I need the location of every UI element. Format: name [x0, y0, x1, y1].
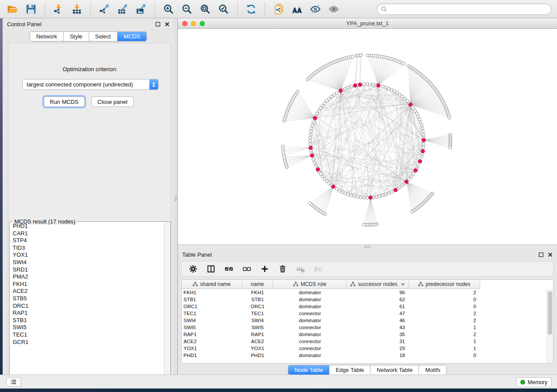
mcds-result-item[interactable]: ACE2: [10, 288, 163, 295]
divider-grip[interactable]: [364, 246, 370, 248]
export-image-button[interactable]: [133, 2, 149, 16]
table-row[interactable]: PHD1PHD1dominator180: [182, 352, 553, 359]
show-all-button[interactable]: [326, 2, 342, 16]
search-input[interactable]: [387, 5, 551, 14]
table-cell[interactable]: 2: [409, 289, 480, 296]
column-header-mcds-role[interactable]: MCDS role: [273, 280, 347, 289]
column-header-shared-name[interactable]: shared name: [182, 280, 242, 289]
table-cell[interactable]: 2: [409, 310, 480, 317]
divider-grip[interactable]: [175, 195, 176, 201]
table-cell[interactable]: 31: [347, 338, 409, 345]
zoom-fit-button[interactable]: [197, 2, 213, 16]
table-cell[interactable]: YOX1: [242, 345, 273, 352]
mcds-result-item[interactable]: STB5: [10, 295, 163, 303]
mcds-result-item[interactable]: TEC1: [10, 331, 163, 339]
mcds-result-scrollbar[interactable]: [164, 222, 170, 383]
table-cell[interactable]: dominator: [273, 317, 347, 324]
save-button[interactable]: [23, 2, 39, 16]
float-panel-icon[interactable]: [156, 22, 160, 27]
mcds-result-item[interactable]: TID3: [10, 244, 163, 252]
tab-network-table[interactable]: Network Table: [370, 365, 419, 375]
table-cell[interactable]: 1: [409, 345, 480, 352]
zoom-selected-button[interactable]: [216, 2, 232, 16]
mcds-result-item[interactable]: CAR1: [10, 230, 163, 237]
table-cell[interactable]: 61: [347, 303, 409, 310]
table-scrollbar-thumb[interactable]: [548, 291, 552, 335]
table-cell[interactable]: dominator: [273, 352, 347, 359]
mcds-result-item[interactable]: PMA2: [10, 273, 163, 281]
table-row[interactable]: STB1STB1dominator620: [182, 296, 553, 303]
table-row[interactable]: RAP1RAP1dominator352: [182, 331, 553, 338]
mcds-result-item[interactable]: PHD1: [10, 223, 163, 230]
table-cell[interactable]: SWI5: [182, 324, 242, 331]
table-cell[interactable]: 0: [409, 303, 480, 310]
close-panel-icon[interactable]: [165, 22, 170, 27]
table-row[interactable]: YOX1YOX1connector291: [182, 345, 553, 352]
table-cell[interactable]: PHD1: [182, 352, 242, 359]
table-cell[interactable]: ACE2: [182, 338, 242, 345]
horizontal-split-divider[interactable]: [178, 244, 557, 249]
hide-selected-button[interactable]: [308, 2, 323, 16]
table-cell[interactable]: 46: [347, 317, 409, 324]
table-row[interactable]: SWI5SWI5connector431: [182, 324, 553, 331]
table-cell[interactable]: STB1: [242, 296, 273, 303]
tab-network[interactable]: Network: [30, 32, 63, 41]
table-cell[interactable]: TEC1: [182, 310, 242, 317]
close-panel-button[interactable]: Close panel: [91, 96, 134, 107]
table-cell[interactable]: SWI4: [182, 317, 242, 324]
table-cell[interactable]: ORC1: [242, 303, 273, 310]
table-cell[interactable]: ACE2: [242, 338, 273, 345]
table-settings-button[interactable]: [188, 264, 198, 274]
table-cell[interactable]: 96: [347, 289, 409, 296]
table-cell[interactable]: connector: [273, 345, 347, 352]
deselect-all-button[interactable]: [242, 264, 252, 274]
table-cell[interactable]: 43: [347, 324, 409, 331]
table-cell[interactable]: 18: [347, 352, 409, 359]
network-canvas[interactable]: [178, 29, 557, 244]
table-cell[interactable]: 2: [409, 317, 480, 324]
zoom-in-button[interactable]: [161, 2, 176, 16]
table-cell[interactable]: 35: [347, 331, 409, 338]
table-cell[interactable]: SWI5: [242, 324, 273, 331]
tab-motifs[interactable]: Motifs: [419, 365, 446, 375]
delete-column-button[interactable]: [277, 264, 288, 274]
mcds-result-item[interactable]: STP4: [10, 237, 163, 244]
mcds-result-item[interactable]: FKH1: [10, 281, 163, 288]
table-cell[interactable]: connector: [273, 338, 347, 345]
table-cell[interactable]: TEC1: [242, 310, 273, 317]
mcds-result-item[interactable]: RAP1: [10, 309, 163, 317]
tab-select[interactable]: Select: [89, 32, 117, 41]
table-cell[interactable]: YOX1: [182, 345, 242, 352]
table-cell[interactable]: RAP1: [242, 331, 273, 338]
table-cell[interactable]: 0: [409, 352, 480, 359]
table-cell[interactable]: 29: [347, 345, 409, 352]
table-cell[interactable]: 1: [409, 324, 480, 331]
toggle-columns-button[interactable]: [206, 264, 216, 274]
table-cell[interactable]: 62: [347, 296, 409, 303]
export-table-button[interactable]: [115, 2, 131, 16]
table-cell[interactable]: 2: [409, 331, 480, 338]
table-cell[interactable]: RAP1: [182, 331, 242, 338]
import-network-button[interactable]: [51, 2, 66, 16]
run-mcds-button[interactable]: Run MCDS: [44, 96, 85, 107]
table-row[interactable]: ORC1ORC1dominator610: [182, 303, 553, 310]
status-menu-button[interactable]: [6, 377, 21, 387]
table-cell[interactable]: connector: [273, 310, 347, 317]
table-row[interactable]: FKH1FKH1dominator962: [182, 289, 553, 296]
table-cell[interactable]: dominator: [273, 303, 347, 310]
mcds-result-item[interactable]: STB1: [10, 317, 163, 324]
table-row[interactable]: SWI4SWI4dominator462: [182, 317, 553, 324]
float-panel-icon[interactable]: [539, 252, 543, 257]
delete-table-button[interactable]: [295, 264, 306, 274]
table-row[interactable]: ACE2ACE2connector311: [182, 338, 553, 345]
table-cell[interactable]: 47: [347, 310, 409, 317]
add-column-button[interactable]: [259, 264, 270, 274]
select-all-button[interactable]: [224, 264, 234, 274]
import-table-button[interactable]: [69, 2, 85, 16]
memory-button[interactable]: Memory: [516, 377, 552, 387]
table-row[interactable]: TEC1TEC1connector472: [182, 310, 553, 317]
column-header-predecessor-nodes[interactable]: predecessor nodes: [409, 280, 480, 289]
mcds-result-item[interactable]: GCR1: [10, 339, 163, 346]
tab-mcds[interactable]: MCDS: [117, 32, 146, 41]
table-cell[interactable]: FKH1: [182, 289, 242, 296]
